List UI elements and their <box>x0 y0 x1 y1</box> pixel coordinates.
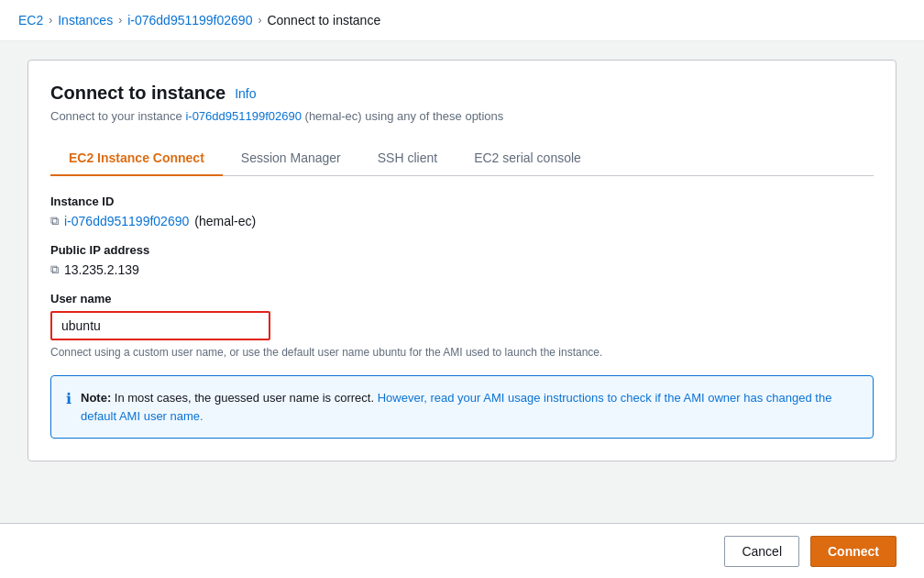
breadcrumb-instances[interactable]: Instances <box>58 13 113 28</box>
info-box-text: Note: In most cases, the guessed user na… <box>81 389 858 425</box>
instance-id-value-row: ⧉ i-076dd951199f02690 (hemal-ec) <box>50 214 874 228</box>
public-ip-value: 13.235.2.139 <box>64 262 139 277</box>
username-input[interactable] <box>50 311 270 340</box>
page-header: Connect to instance Info <box>50 83 874 104</box>
tab-session-manager[interactable]: Session Manager <box>223 141 359 176</box>
username-hint: Connect using a custom user name, or use… <box>50 346 874 359</box>
breadcrumb-instance-id[interactable]: i-076dd951199f02690 <box>127 13 252 28</box>
instance-id-suffix: (hemal-ec) <box>194 214 256 228</box>
breadcrumb: EC2 › Instances › i-076dd951199f02690 › … <box>0 0 924 41</box>
info-link[interactable]: Info <box>235 86 256 101</box>
breadcrumb-sep-3: › <box>258 14 261 27</box>
footer: Cancel Connect <box>0 523 924 578</box>
breadcrumb-sep-2: › <box>118 14 122 27</box>
tab-ec2-instance-connect[interactable]: EC2 Instance Connect <box>50 141 223 176</box>
subtitle-instance-id: i-076dd951199f02690 <box>185 109 302 123</box>
breadcrumb-current: Connect to instance <box>267 13 380 28</box>
tab-ssh-client[interactable]: SSH client <box>359 141 456 176</box>
page-subtitle: Connect to your instance i-076dd951199f0… <box>50 109 874 123</box>
username-field: User name Connect using a custom user na… <box>50 292 874 359</box>
public-ip-label: Public IP address <box>50 243 874 257</box>
page-title: Connect to instance <box>50 83 226 104</box>
tab-bar: EC2 Instance Connect Session Manager SSH… <box>50 141 874 176</box>
subtitle-prefix: Connect to your instance <box>50 109 185 123</box>
copy-ip-icon[interactable]: ⧉ <box>50 262 59 277</box>
subtitle-suffix: (hemal-ec) using any of these options <box>302 109 503 123</box>
tab-ec2-serial-console[interactable]: EC2 serial console <box>456 141 600 176</box>
page-content: Connect to instance Info Connect to your… <box>0 41 924 516</box>
main-card: Connect to instance Info Connect to your… <box>28 60 896 461</box>
breadcrumb-sep-1: › <box>49 14 52 27</box>
info-circle-icon: ℹ <box>66 390 72 407</box>
cancel-button[interactable]: Cancel <box>724 536 799 567</box>
public-ip-field: Public IP address ⧉ 13.235.2.139 <box>50 243 874 277</box>
info-box: ℹ Note: In most cases, the guessed user … <box>50 375 874 439</box>
instance-id-label: Instance ID <box>50 195 874 208</box>
username-label: User name <box>50 292 874 306</box>
instance-id-field: Instance ID ⧉ i-076dd951199f02690 (hemal… <box>50 195 874 228</box>
info-text-part1: In most cases, the guessed user name is … <box>111 391 377 405</box>
copy-instance-id-icon[interactable]: ⧉ <box>50 214 59 228</box>
connect-button[interactable]: Connect <box>810 536 896 567</box>
breadcrumb-ec2[interactable]: EC2 <box>18 13 43 28</box>
note-label: Note: <box>81 391 111 405</box>
instance-id-link[interactable]: i-076dd951199f02690 <box>64 214 189 228</box>
public-ip-value-row: ⧉ 13.235.2.139 <box>50 262 874 277</box>
